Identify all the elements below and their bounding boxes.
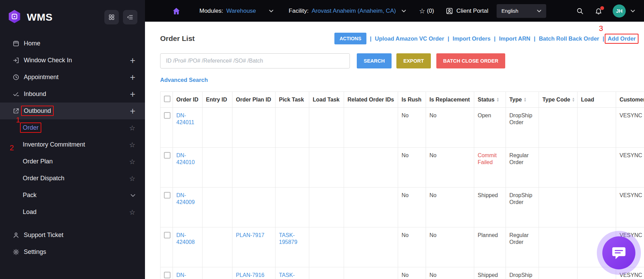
sidebar-item-inbound[interactable]: Inbound + xyxy=(0,86,145,103)
client-portal-label: Client Portal xyxy=(456,8,488,14)
col-related-order-ids[interactable]: Related Order IDs xyxy=(344,92,398,108)
facility-selector[interactable]: Facility: Arovast Anaheim (Anaheim, CA) xyxy=(289,8,406,14)
import-orders-link[interactable]: Import Orders xyxy=(453,35,490,42)
export-button[interactable]: EXPORT xyxy=(396,53,431,68)
col-type[interactable]: Type▲▼ xyxy=(506,92,539,108)
col-status[interactable]: Status▲▼ xyxy=(474,92,506,108)
client-portal-button[interactable]: Client Portal xyxy=(446,7,488,15)
favorites-button[interactable]: ☆ (0) xyxy=(419,7,434,15)
chevron-down-icon[interactable] xyxy=(269,8,273,14)
order-id-link[interactable]: DN-424009 xyxy=(176,192,195,205)
pick-task-link[interactable]: TASK-195879 xyxy=(279,232,297,245)
favorite-star-icon[interactable]: ☆ xyxy=(129,174,135,183)
favorite-star-icon[interactable]: ☆ xyxy=(129,141,135,149)
notifications-button[interactable] xyxy=(595,7,602,15)
col-customer[interactable]: Customer xyxy=(616,92,644,108)
order-id-link[interactable]: DN-424007 xyxy=(176,272,195,279)
batch-close-order-button[interactable]: BATCH CLOSE ORDER xyxy=(436,53,505,68)
favorite-star-icon[interactable]: ☆ xyxy=(129,124,135,132)
is-rush-cell: No xyxy=(398,148,426,187)
apps-grid-button[interactable] xyxy=(104,10,119,24)
chevron-down-icon[interactable] xyxy=(631,8,635,14)
facility-value[interactable]: Arovast Anaheim (Anaheim, CA) xyxy=(312,8,396,14)
pick-task-cell: TASK-195879 xyxy=(276,227,309,267)
search-toolbar: SEARCH EXPORT BATCH CLOSE ORDER xyxy=(160,53,644,68)
sidebar-item-order-dispatch[interactable]: Order Dispatch ☆ xyxy=(0,170,145,187)
row-checkbox[interactable] xyxy=(164,272,170,278)
type-cell: DropShip Order xyxy=(506,267,539,279)
avatar[interactable]: JH xyxy=(613,4,626,18)
search-button[interactable]: SEARCH xyxy=(357,53,392,68)
row-checkbox[interactable] xyxy=(164,152,170,159)
sort-icon[interactable]: ▲▼ xyxy=(572,97,575,102)
sidebar-item-order-plan[interactable]: Order Plan ☆ xyxy=(0,153,145,170)
is-replacement-cell: No xyxy=(426,187,474,227)
expand-plus-icon[interactable]: + xyxy=(130,74,135,81)
modules-value[interactable]: Warehouse xyxy=(226,8,256,14)
sidebar-item-settings[interactable]: Settings xyxy=(0,244,145,260)
select-all-checkbox[interactable] xyxy=(164,96,170,102)
chevron-down-icon[interactable] xyxy=(131,192,135,199)
col-pick-task[interactable]: Pick Task xyxy=(276,92,309,108)
row-checkbox[interactable] xyxy=(164,192,170,198)
order-id-link[interactable]: DN-424011 xyxy=(176,112,194,125)
expand-plus-icon[interactable]: + xyxy=(130,57,135,64)
table-row: DN-424010 No No Commit Failed Regular Or… xyxy=(160,148,644,187)
advanced-search-link[interactable]: Advanced Search xyxy=(160,77,208,83)
actions-button[interactable]: ACTIONS xyxy=(334,33,366,44)
col-load-task[interactable]: Load Task xyxy=(309,92,344,108)
status-cell: Commit Failed xyxy=(474,148,506,187)
add-order-link[interactable]: Add Order xyxy=(605,34,638,44)
col-order-plan-id[interactable]: Order Plan ID xyxy=(232,92,276,108)
chevron-down-icon[interactable] xyxy=(402,8,406,14)
sidebar-item-label: Order xyxy=(23,124,129,131)
pick-task-link[interactable]: TASK-195794 xyxy=(279,272,297,279)
expand-plus-icon[interactable]: + xyxy=(130,108,135,115)
col-type-code[interactable]: Type Code▲▼ xyxy=(539,92,578,108)
upload-amazon-vc-order-link[interactable]: Upload Amazon VC Order xyxy=(375,35,444,42)
col-order-id[interactable]: Order ID xyxy=(173,92,202,108)
sidebar-item-inventory-commitment[interactable]: Inventory Commitment ☆ xyxy=(0,136,145,153)
expand-plus-icon[interactable]: + xyxy=(130,91,135,98)
language-select[interactable]: English xyxy=(497,4,546,18)
order-id-link[interactable]: DN-424010 xyxy=(176,152,195,165)
order-search-input[interactable] xyxy=(160,53,350,68)
sidebar-item-label: Load xyxy=(23,208,129,216)
import-arn-link[interactable]: Import ARN xyxy=(499,35,530,42)
sidebar-item-order[interactable]: Order ☆ xyxy=(0,119,145,136)
sort-icon[interactable]: ▲▼ xyxy=(523,97,527,102)
modules-selector[interactable]: Modules: Warehouse xyxy=(199,8,273,14)
sidebar-item-load[interactable]: Load ☆ xyxy=(0,204,145,221)
order-id-link[interactable]: DN-424008 xyxy=(176,232,195,245)
table-row: DN-424008 PLAN-7917 TASK-195879 No No Pl… xyxy=(160,227,644,267)
sidebar-item-label: Appointment xyxy=(24,74,130,81)
col-is-replacement[interactable]: Is Replacement xyxy=(426,92,474,108)
chat-button[interactable] xyxy=(602,236,635,269)
row-checkbox[interactable] xyxy=(164,232,170,238)
is-rush-cell: No xyxy=(398,108,426,148)
sidebar-item-outbound[interactable]: Outbound + xyxy=(0,103,145,119)
sidebar-item-support-ticket[interactable]: Support Ticket xyxy=(0,227,145,244)
home-icon[interactable] xyxy=(172,7,181,15)
sidebar-item-label: Pack xyxy=(23,192,131,199)
row-checkbox[interactable] xyxy=(164,112,170,119)
batch-roll-back-order-link[interactable]: Batch Roll Back Order xyxy=(539,35,599,42)
favorite-star-icon[interactable]: ☆ xyxy=(129,158,135,166)
favorite-star-icon[interactable]: ☆ xyxy=(129,208,135,216)
sort-icon[interactable]: ▲▼ xyxy=(496,97,499,102)
search-button[interactable] xyxy=(576,7,584,15)
sidebar-item-window-check-in[interactable]: Window Check In + xyxy=(0,52,145,69)
order-plan-id-link[interactable]: PLAN-7916 xyxy=(236,272,264,278)
order-list-page: Order List ACTIONS | Upload Amazon VC Or… xyxy=(145,22,644,279)
sidebar-item-label: Inventory Commitment xyxy=(23,141,129,148)
sidebar-item-home[interactable]: Home xyxy=(0,35,145,52)
divider: | xyxy=(370,35,372,42)
sidebar-item-appointment[interactable]: Appointment + xyxy=(0,69,145,86)
col-entry-id[interactable]: Entry ID xyxy=(202,92,232,108)
modules-label: Modules: xyxy=(199,8,223,14)
col-is-rush[interactable]: Is Rush xyxy=(398,92,426,108)
order-plan-id-link[interactable]: PLAN-7917 xyxy=(236,232,264,238)
col-load[interactable]: Load xyxy=(578,92,616,108)
collapse-sidebar-button[interactable] xyxy=(123,10,137,24)
sidebar-item-pack[interactable]: Pack xyxy=(0,187,145,204)
